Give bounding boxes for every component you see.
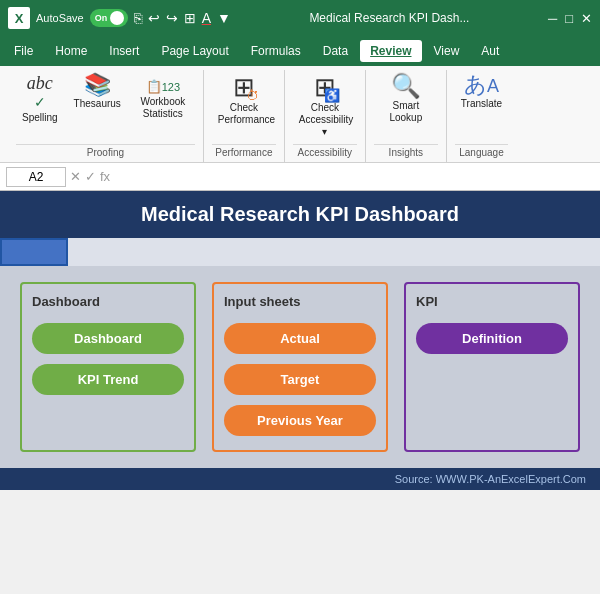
performance-group-label: Performance <box>212 144 276 158</box>
menu-page-layout[interactable]: Page Layout <box>151 40 238 62</box>
accessibility-buttons: ⊞ ♿ Check Accessibility ▾ <box>293 70 357 142</box>
thesaurus-button[interactable]: 📚 Thesaurus <box>68 70 127 114</box>
menu-data[interactable]: Data <box>313 40 358 62</box>
minimize-icon[interactable]: ─ <box>548 11 557 26</box>
menu-home[interactable]: Home <box>45 40 97 62</box>
translate-button[interactable]: あA Translate <box>455 70 508 114</box>
translate-icon: あA <box>464 74 499 96</box>
definition-pill[interactable]: Definition <box>416 323 568 354</box>
smart-lookup-icon: 🔍 <box>391 74 421 98</box>
target-pill[interactable]: Target <box>224 364 376 395</box>
language-buttons: あA Translate <box>455 70 508 142</box>
quick-access-icons: ⎘ ↩ ↪ ⊞ A ▼ <box>134 10 231 26</box>
ribbon-group-language: あA Translate Language <box>447 70 516 162</box>
menu-file[interactable]: File <box>4 40 43 62</box>
dashboard-section-title: Dashboard <box>32 294 100 309</box>
ribbon-group-accessibility: ⊞ ♿ Check Accessibility ▾ Accessibility <box>285 70 366 162</box>
menu-view[interactable]: View <box>424 40 470 62</box>
menu-insert[interactable]: Insert <box>99 40 149 62</box>
cell-reference[interactable]: A2 <box>6 167 66 187</box>
proofing-group-label: Proofing <box>16 144 195 158</box>
row-marker <box>0 238 600 266</box>
workbook-stats-label: Workbook Statistics <box>137 96 189 120</box>
dashboard-section: Dashboard Dashboard KPI Trend <box>20 282 196 452</box>
menu-automate[interactable]: Aut <box>471 40 509 62</box>
spelling-button[interactable]: abc ✓ Spelling <box>16 70 64 128</box>
spreadsheet-area: Medical Research KPI Dashboard Dashboard… <box>0 191 600 490</box>
check-performance-button[interactable]: ⊞ ⏱ Check Performance <box>212 70 276 130</box>
check-performance-label: Check Performance <box>218 102 270 126</box>
input-sheets-section: Input sheets Actual Target Previous Year <box>212 282 388 452</box>
previous-year-pill[interactable]: Previous Year <box>224 405 376 436</box>
toggle-on-text: On <box>95 13 108 23</box>
dashboard-pill[interactable]: Dashboard <box>32 323 184 354</box>
translate-label: Translate <box>461 98 502 110</box>
smart-lookup-button[interactable]: 🔍 Smart Lookup <box>374 70 438 128</box>
language-group-label: Language <box>455 144 508 158</box>
dropdown-arrow-icon[interactable]: ▼ <box>217 10 231 26</box>
workbook-stats-icon: 📋123 <box>146 74 180 94</box>
window-controls[interactable]: ─ □ ✕ <box>548 11 592 26</box>
thesaurus-icon: 📚 <box>84 74 111 96</box>
formula-input[interactable] <box>114 168 594 186</box>
workbook-statistics-button[interactable]: 📋123 Workbook Statistics <box>131 70 195 124</box>
check-accessibility-button[interactable]: ⊞ ♿ Check Accessibility ▾ <box>293 70 357 142</box>
autosave-label: AutoSave <box>36 12 84 24</box>
ribbon-group-proofing: abc ✓ Spelling 📚 Thesaurus 📋123 Workbook… <box>8 70 204 162</box>
window-title: Medical Research KPI Dash... <box>237 11 542 25</box>
formula-sep: ✕ <box>70 169 81 184</box>
grid-icon[interactable]: ⊞ <box>184 10 196 26</box>
insights-group-label: Insights <box>374 144 438 158</box>
kpi-trend-pill[interactable]: KPI Trend <box>32 364 184 395</box>
smart-lookup-label: Smart Lookup <box>380 100 432 124</box>
redo-icon[interactable]: ↪ <box>166 10 178 26</box>
ribbon: abc ✓ Spelling 📚 Thesaurus 📋123 Workbook… <box>0 66 600 163</box>
autosave-toggle[interactable]: On <box>90 9 128 27</box>
maximize-icon[interactable]: □ <box>565 11 573 26</box>
excel-logo: X <box>8 7 30 29</box>
spelling-icon: abc ✓ <box>27 74 53 110</box>
menu-review[interactable]: Review <box>360 40 421 62</box>
proofing-buttons: abc ✓ Spelling 📚 Thesaurus 📋123 Workbook… <box>16 70 195 142</box>
accessibility-group-label: Accessibility <box>293 144 357 158</box>
font-color-icon[interactable]: A <box>202 10 211 26</box>
formula-bar: A2 ✕ ✓ fx <box>0 163 600 191</box>
kpi-section-title: KPI <box>416 294 438 309</box>
formula-check: ✓ <box>85 169 96 184</box>
kpi-section: KPI Definition <box>404 282 580 452</box>
menu-formulas[interactable]: Formulas <box>241 40 311 62</box>
spelling-label: Spelling <box>22 112 58 124</box>
check-performance-icon: ⊞ ⏱ <box>233 74 255 100</box>
save-icon[interactable]: ⎘ <box>134 10 142 26</box>
insights-buttons: 🔍 Smart Lookup <box>374 70 438 142</box>
input-sheets-section-title: Input sheets <box>224 294 301 309</box>
main-content: Dashboard Dashboard KPI Trend Input shee… <box>0 266 600 468</box>
performance-buttons: ⊞ ⏱ Check Performance <box>212 70 276 142</box>
footer: Source: WWW.PK-AnExcelExpert.Com <box>0 468 600 490</box>
ribbon-group-performance: ⊞ ⏱ Check Performance Performance <box>204 70 285 162</box>
undo-icon[interactable]: ↩ <box>148 10 160 26</box>
actual-pill[interactable]: Actual <box>224 323 376 354</box>
fx-label: fx <box>100 169 110 184</box>
dashboard-title: Medical Research KPI Dashboard <box>0 191 600 238</box>
toggle-knob <box>110 11 124 25</box>
selected-cell[interactable] <box>0 238 68 266</box>
close-icon[interactable]: ✕ <box>581 11 592 26</box>
check-accessibility-label: Check Accessibility ▾ <box>299 102 351 138</box>
thesaurus-label: Thesaurus <box>74 98 121 110</box>
title-bar: X AutoSave On ⎘ ↩ ↪ ⊞ A ▼ Medical Resear… <box>0 0 600 36</box>
menu-bar: File Home Insert Page Layout Formulas Da… <box>0 36 600 66</box>
check-accessibility-icon: ⊞ ♿ <box>314 74 336 100</box>
ribbon-group-insights: 🔍 Smart Lookup Insights <box>366 70 447 162</box>
